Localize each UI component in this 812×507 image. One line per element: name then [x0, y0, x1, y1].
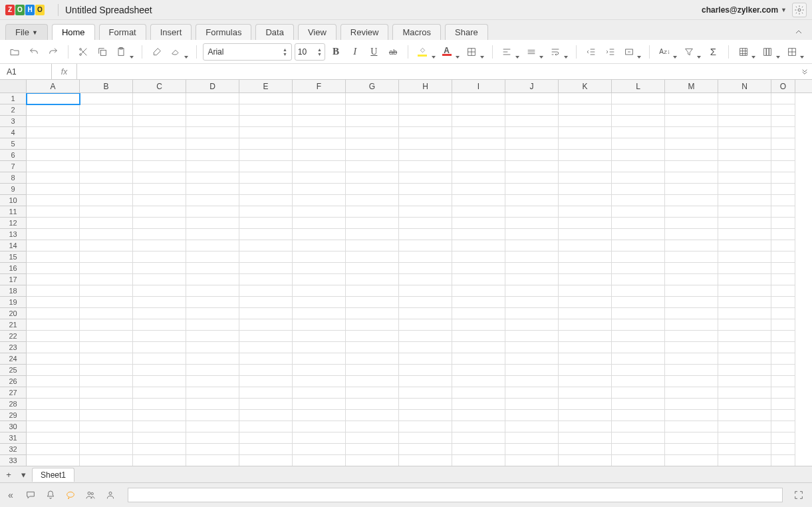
cell[interactable]: [665, 331, 718, 342]
cell[interactable]: [771, 116, 795, 127]
cell[interactable]: [718, 342, 771, 353]
cell[interactable]: [771, 150, 795, 161]
cell[interactable]: [612, 297, 665, 308]
cell[interactable]: [771, 206, 795, 218]
cell[interactable]: [133, 252, 186, 263]
cell-reference-box[interactable]: A1: [0, 64, 52, 79]
column-header[interactable]: D: [186, 80, 239, 92]
cell[interactable]: [399, 376, 452, 387]
insert-cells-button[interactable]: [736, 43, 757, 61]
cell[interactable]: [399, 116, 452, 127]
cell[interactable]: [771, 274, 795, 285]
cell[interactable]: [665, 195, 718, 206]
row-header[interactable]: 5: [0, 138, 27, 150]
cell[interactable]: [665, 342, 718, 353]
cell[interactable]: [80, 308, 133, 319]
cell[interactable]: [133, 274, 186, 285]
column-header[interactable]: G: [346, 80, 399, 92]
cell[interactable]: [559, 127, 612, 138]
cell[interactable]: [239, 444, 293, 455]
cell[interactable]: [27, 229, 80, 240]
cell[interactable]: [559, 399, 612, 410]
cell[interactable]: [399, 331, 452, 342]
column-header[interactable]: N: [718, 80, 771, 92]
cell[interactable]: [399, 184, 452, 195]
cell[interactable]: [346, 218, 399, 229]
cell[interactable]: [27, 410, 80, 421]
cell[interactable]: [612, 229, 665, 240]
cell[interactable]: [346, 172, 399, 184]
cell[interactable]: [186, 308, 239, 319]
cell[interactable]: [239, 127, 293, 138]
user-email[interactable]: charles@zylker.com: [702, 5, 778, 15]
row-header[interactable]: 14: [0, 240, 27, 252]
cell[interactable]: [133, 184, 186, 195]
font-family-select[interactable]: Arial ▲▼: [203, 43, 291, 61]
cell[interactable]: [718, 410, 771, 421]
cell[interactable]: [771, 138, 795, 150]
cell[interactable]: [665, 399, 718, 410]
cell[interactable]: [27, 240, 80, 252]
cell[interactable]: [718, 455, 771, 466]
cell[interactable]: [133, 285, 186, 297]
cell[interactable]: [505, 319, 559, 331]
column-header[interactable]: C: [133, 80, 186, 92]
cell[interactable]: [559, 297, 612, 308]
column-header[interactable]: K: [559, 80, 612, 92]
cell[interactable]: [505, 218, 559, 229]
cell[interactable]: [346, 195, 399, 206]
cell[interactable]: [665, 161, 718, 172]
cell[interactable]: [718, 116, 771, 127]
menu-review[interactable]: Review: [340, 24, 389, 40]
cell[interactable]: [505, 331, 559, 342]
formula-input[interactable]: [77, 64, 797, 79]
cell[interactable]: [452, 342, 505, 353]
row-header[interactable]: 19: [0, 297, 27, 308]
paste-button[interactable]: [113, 43, 134, 61]
cell[interactable]: [293, 432, 346, 444]
cell[interactable]: [505, 353, 559, 365]
cell[interactable]: [293, 229, 346, 240]
cell[interactable]: [718, 150, 771, 161]
cell[interactable]: [665, 184, 718, 195]
cell[interactable]: [771, 229, 795, 240]
cell[interactable]: [718, 421, 771, 432]
cell[interactable]: [186, 285, 239, 297]
cell[interactable]: [505, 240, 559, 252]
cell[interactable]: [612, 308, 665, 319]
strikethrough-button[interactable]: ab: [385, 43, 402, 61]
nav-collapse-button[interactable]: «: [4, 488, 17, 502]
row-header[interactable]: 27: [0, 387, 27, 399]
cell[interactable]: [559, 229, 612, 240]
cell[interactable]: [346, 421, 399, 432]
cell[interactable]: [346, 252, 399, 263]
cell[interactable]: [80, 218, 133, 229]
menu-formulas[interactable]: Formulas: [196, 24, 251, 40]
cell[interactable]: [559, 252, 612, 263]
format-cells-button[interactable]: [784, 43, 805, 61]
cell[interactable]: [559, 444, 612, 455]
cell[interactable]: [239, 376, 293, 387]
fx-label[interactable]: fx: [52, 64, 77, 79]
cell[interactable]: [771, 240, 795, 252]
cell[interactable]: [239, 410, 293, 421]
cell[interactable]: [718, 161, 771, 172]
cell[interactable]: [771, 127, 795, 138]
row-header[interactable]: 9: [0, 184, 27, 195]
cell[interactable]: [399, 206, 452, 218]
cell[interactable]: [452, 240, 505, 252]
cell[interactable]: [559, 206, 612, 218]
cell[interactable]: [612, 252, 665, 263]
menu-home[interactable]: Home: [52, 24, 95, 40]
cell[interactable]: [718, 319, 771, 331]
cell[interactable]: [293, 252, 346, 263]
cell[interactable]: [718, 308, 771, 319]
cell[interactable]: [718, 376, 771, 387]
fill-color-button[interactable]: [415, 43, 436, 61]
cell[interactable]: [80, 342, 133, 353]
open-button[interactable]: [7, 43, 23, 61]
row-header[interactable]: 33: [0, 455, 27, 466]
cell[interactable]: [293, 263, 346, 274]
cell[interactable]: [771, 410, 795, 421]
cell[interactable]: [186, 365, 239, 376]
